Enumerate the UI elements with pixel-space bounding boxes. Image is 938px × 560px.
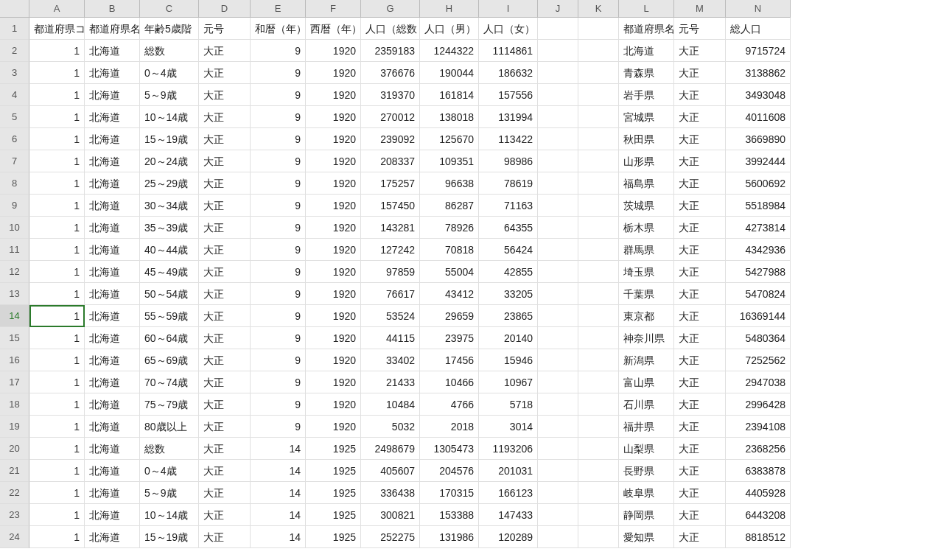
cell-J8[interactable] [538,172,578,195]
cell-K21[interactable] [578,460,619,482]
cell-K16[interactable] [578,349,619,371]
cell-A13[interactable]: 1 [29,283,85,305]
cell-K8[interactable] [578,172,619,195]
cell-M20[interactable]: 大正 [674,438,726,460]
cell-L24[interactable]: 愛知県 [619,526,674,548]
cell-K5[interactable] [578,106,619,128]
cell-C17[interactable]: 70～74歳 [140,371,199,393]
cell-E11[interactable]: 9 [251,239,306,261]
cell-B20[interactable]: 北海道 [85,438,140,460]
cell-D2[interactable]: 大正 [199,40,251,62]
cell-K19[interactable] [578,416,619,438]
cell-A10[interactable]: 1 [29,217,85,239]
cell-H19[interactable]: 2018 [420,416,479,438]
cell-J14[interactable] [538,305,578,327]
cell-F7[interactable]: 1920 [306,150,361,172]
cell-D19[interactable]: 大正 [199,416,251,438]
cell-I23[interactable]: 147433 [479,504,538,526]
cell-I22[interactable]: 166123 [479,482,538,504]
cell-B19[interactable]: 北海道 [85,416,140,438]
cell-B11[interactable]: 北海道 [85,239,140,261]
cell-E24[interactable]: 14 [251,526,306,548]
cell-C8[interactable]: 25～29歳 [140,172,199,195]
row-header-15[interactable]: 15 [0,327,29,349]
cell-G8[interactable]: 175257 [361,172,420,195]
header-cell[interactable] [538,18,578,40]
cell-A24[interactable]: 1 [29,526,85,548]
cell-M2[interactable]: 大正 [674,40,726,62]
cell-M19[interactable]: 大正 [674,416,726,438]
cell-G6[interactable]: 239092 [361,128,420,150]
cell-E9[interactable]: 9 [251,195,306,217]
cell-A22[interactable]: 1 [29,482,85,504]
cell-B13[interactable]: 北海道 [85,283,140,305]
cell-N14[interactable]: 16369144 [726,305,791,327]
cell-G23[interactable]: 300821 [361,504,420,526]
cell-I12[interactable]: 42855 [479,261,538,283]
cell-J5[interactable] [538,106,578,128]
col-header-E[interactable]: E [251,0,306,18]
cell-M15[interactable]: 大正 [674,327,726,349]
cell-G19[interactable]: 5032 [361,416,420,438]
cell-G15[interactable]: 44115 [361,327,420,349]
cell-H12[interactable]: 55004 [420,261,479,283]
cell-G20[interactable]: 2498679 [361,438,420,460]
cell-F10[interactable]: 1920 [306,217,361,239]
cell-E21[interactable]: 14 [251,460,306,482]
row-header-5[interactable]: 5 [0,106,29,128]
cell-J23[interactable] [538,504,578,526]
header-cell[interactable]: 総人口 [726,18,791,40]
cell-J2[interactable] [538,40,578,62]
cell-D24[interactable]: 大正 [199,526,251,548]
row-header-10[interactable]: 10 [0,217,29,239]
cell-E10[interactable]: 9 [251,217,306,239]
cell-K13[interactable] [578,283,619,305]
cell-E6[interactable]: 9 [251,128,306,150]
cell-M10[interactable]: 大正 [674,217,726,239]
row-header-2[interactable]: 2 [0,40,29,62]
cell-M12[interactable]: 大正 [674,261,726,283]
cell-D13[interactable]: 大正 [199,283,251,305]
cell-F12[interactable]: 1920 [306,261,361,283]
cell-E18[interactable]: 9 [251,393,306,416]
cell-G21[interactable]: 405607 [361,460,420,482]
cell-K6[interactable] [578,128,619,150]
cell-K20[interactable] [578,438,619,460]
cell-N11[interactable]: 4342936 [726,239,791,261]
cell-F20[interactable]: 1925 [306,438,361,460]
cell-C13[interactable]: 50～54歳 [140,283,199,305]
cell-L23[interactable]: 静岡県 [619,504,674,526]
cell-D21[interactable]: 大正 [199,460,251,482]
header-cell[interactable]: 人口（男） [420,18,479,40]
col-header-C[interactable]: C [140,0,199,18]
cell-B8[interactable]: 北海道 [85,172,140,195]
row-header-16[interactable]: 16 [0,349,29,371]
row-header-17[interactable]: 17 [0,371,29,393]
cell-B18[interactable]: 北海道 [85,393,140,416]
cell-K22[interactable] [578,482,619,504]
cell-A6[interactable]: 1 [29,128,85,150]
cell-A3[interactable]: 1 [29,62,85,84]
cell-N19[interactable]: 2394108 [726,416,791,438]
cell-M18[interactable]: 大正 [674,393,726,416]
cell-L20[interactable]: 山梨県 [619,438,674,460]
cell-L15[interactable]: 神奈川県 [619,327,674,349]
cell-C15[interactable]: 60～64歳 [140,327,199,349]
cell-F2[interactable]: 1920 [306,40,361,62]
cell-A12[interactable]: 1 [29,261,85,283]
row-header-12[interactable]: 12 [0,261,29,283]
cell-L19[interactable]: 福井県 [619,416,674,438]
col-header-L[interactable]: L [619,0,674,18]
cell-H11[interactable]: 70818 [420,239,479,261]
cell-M24[interactable]: 大正 [674,526,726,548]
cell-I11[interactable]: 56424 [479,239,538,261]
cell-N9[interactable]: 5518984 [726,195,791,217]
cell-D6[interactable]: 大正 [199,128,251,150]
header-cell[interactable]: 年齢5歳階 [140,18,199,40]
cell-G18[interactable]: 10484 [361,393,420,416]
cell-N10[interactable]: 4273814 [726,217,791,239]
row-header-14[interactable]: 14 [0,305,29,327]
cell-N8[interactable]: 5600692 [726,172,791,195]
cell-C19[interactable]: 80歳以上 [140,416,199,438]
cell-L13[interactable]: 千葉県 [619,283,674,305]
